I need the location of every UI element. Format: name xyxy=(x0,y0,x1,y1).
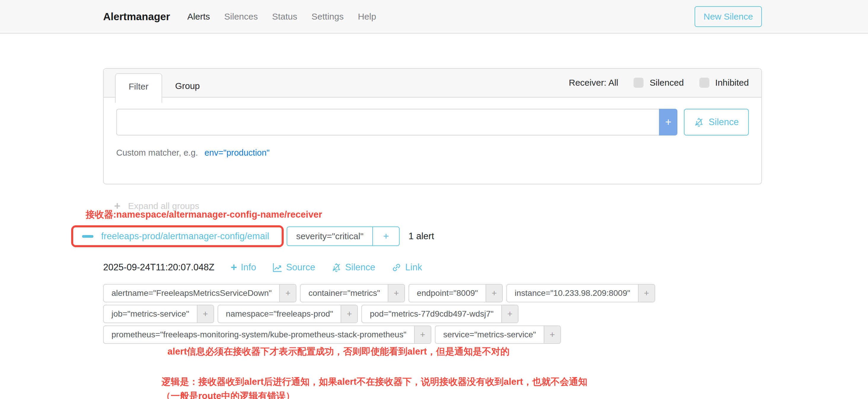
label-chip-add-filter-button[interactable]: + xyxy=(544,326,560,343)
navbar: Alertmanager AlertsSilencesStatusSetting… xyxy=(0,0,868,33)
matcher-example-link[interactable]: env="production" xyxy=(205,148,270,157)
alert-action-silence[interactable]: Silence xyxy=(332,262,375,273)
alert-timestamp: 2025-09-24T11:20:07.048Z xyxy=(103,262,214,273)
tab-group[interactable]: Group xyxy=(162,73,213,103)
link-icon xyxy=(392,263,401,272)
silence-button-label: Silence xyxy=(709,117,739,127)
chart-icon xyxy=(273,263,282,272)
receiver-filter[interactable]: Receiver: All xyxy=(569,78,618,88)
nav-item-silences[interactable]: Silences xyxy=(224,11,258,22)
label-chip-text: container="metrics" xyxy=(301,284,388,302)
annotation-logic-line2: （一般是route中的逻辑有错误） xyxy=(161,389,587,399)
alert-action-source[interactable]: Source xyxy=(273,262,315,273)
alert-labels: alertname="FreeleapsMetricsServiceDown"+… xyxy=(103,284,735,344)
matcher-hint-text: Custom matcher, e.g. xyxy=(116,148,198,157)
label-chip-add-filter-button[interactable]: + xyxy=(486,284,502,302)
plus-icon: + xyxy=(230,263,237,272)
label-chip-text: namespace="freeleaps-prod" xyxy=(218,305,341,323)
checkbox-label: Silenced xyxy=(650,78,684,88)
matcher-row: + Silence xyxy=(116,109,749,135)
label-chip-add-filter-button[interactable]: + xyxy=(501,305,518,323)
alert-count: 1 alert xyxy=(408,231,434,242)
label-chip-text: service="metrics-service" xyxy=(435,326,544,343)
nav-item-help[interactable]: Help xyxy=(358,11,376,22)
matcher-hint: Custom matcher, e.g. env="production" xyxy=(116,148,749,158)
annotation-receiver-note: 接收器:namespace/altermanager-config-name/r… xyxy=(86,208,322,221)
checkbox-icon[interactable] xyxy=(633,78,644,88)
alert-action-link[interactable]: Link xyxy=(392,262,422,273)
alert-group-row: freeleaps-prod/alertmanager-config/email… xyxy=(71,225,868,247)
nav-item-settings[interactable]: Settings xyxy=(312,11,344,22)
annotation-logic-line1: 逻辑是：接收器收到alert后进行通知，如果alert不在接收器下，说明接收器没… xyxy=(161,375,587,389)
bell-slash-icon xyxy=(332,263,341,272)
alert-action-label: Source xyxy=(286,262,315,273)
label-chip: instance="10.233.98.209:8009"+ xyxy=(506,284,655,302)
checkbox-label: Inhibited xyxy=(715,78,749,88)
alert-action-label: Silence xyxy=(345,262,375,273)
matcher-input[interactable] xyxy=(116,109,659,135)
nav-item-alerts[interactable]: Alerts xyxy=(187,11,210,22)
tab-filter[interactable]: Filter xyxy=(115,73,162,103)
nav-item-status[interactable]: Status xyxy=(272,11,297,22)
alert-action-info[interactable]: +Info xyxy=(230,262,256,273)
label-chip: namespace="freeleaps-prod"+ xyxy=(218,305,358,323)
add-matcher-button[interactable]: + xyxy=(659,109,677,135)
filter-card-header: Filter Group Receiver: All SilencedInhib… xyxy=(104,69,761,97)
label-chip: service="metrics-service"+ xyxy=(435,326,561,344)
annotation-red-box: freeleaps-prod/alertmanager-config/email xyxy=(71,225,284,247)
filter-card: Filter Group Receiver: All SilencedInhib… xyxy=(103,68,762,184)
label-chip-add-filter-button[interactable]: + xyxy=(414,326,431,343)
annotation-logic-note: 逻辑是：接收器收到alert后进行通知，如果alert不在接收器下，说明接收器没… xyxy=(161,375,587,399)
label-chip-add-filter-button[interactable]: + xyxy=(341,305,357,323)
label-chip-add-filter-button[interactable]: + xyxy=(638,284,655,302)
nav-items: AlertsSilencesStatusSettingsHelp xyxy=(187,11,391,22)
header-right-controls: Receiver: All SilencedInhibited xyxy=(569,78,749,88)
label-chip: container="metrics"+ xyxy=(300,284,405,302)
group-matcher-chip: severity="critical" + xyxy=(287,226,400,246)
alert-section: 2025-09-24T11:20:07.048Z +InfoSourceSile… xyxy=(103,262,868,344)
label-chip-text: instance="10.233.98.209:8009" xyxy=(507,284,638,302)
silence-from-filter-button[interactable]: Silence xyxy=(684,109,749,135)
alert-action-label: Link xyxy=(405,262,422,273)
label-chip-text: alertname="FreeleapsMetricsServiceDown" xyxy=(104,284,279,302)
group-receiver-name: freeleaps-prod/alertmanager-config/email xyxy=(101,231,269,242)
alert-action-label: Info xyxy=(241,262,256,273)
alert-header: 2025-09-24T11:20:07.048Z +InfoSourceSile… xyxy=(103,262,868,273)
new-silence-button[interactable]: New Silence xyxy=(694,6,762,27)
label-chip: prometheus="freeleaps-monitoring-system/… xyxy=(103,326,431,344)
alert-actions: +InfoSourceSilenceLink xyxy=(214,262,422,273)
label-chip-text: prometheus="freeleaps-monitoring-system/… xyxy=(104,326,414,343)
label-chip: pod="metrics-77d9cdb497-wdsj7"+ xyxy=(361,305,519,323)
label-chip-text: pod="metrics-77d9cdb497-wdsj7" xyxy=(362,305,501,323)
filter-tabs: Filter Group xyxy=(115,73,213,103)
minus-icon xyxy=(82,235,93,238)
label-chip-add-filter-button[interactable]: + xyxy=(197,305,213,323)
filter-card-body: + Silence Custom matcher, e.g. env="prod… xyxy=(104,97,761,184)
group-matcher-add-button[interactable]: + xyxy=(372,227,399,245)
annotation-alert-note: alert信息必须在接收器下才表示配置成功，否则即使能看到alert，但是通知是… xyxy=(167,345,509,358)
checkbox-silenced[interactable]: Silenced xyxy=(633,78,684,88)
matcher-input-group: + xyxy=(116,109,677,135)
label-chip-text: endpoint="8009" xyxy=(409,284,486,302)
label-chip-text: job="metrics-service" xyxy=(104,305,197,323)
checkbox-icon[interactable] xyxy=(699,78,709,88)
group-collapse-button[interactable]: freeleaps-prod/alertmanager-config/email xyxy=(73,227,282,245)
label-chip-add-filter-button[interactable]: + xyxy=(388,284,404,302)
label-chip: endpoint="8009"+ xyxy=(408,284,503,302)
label-chip: job="metrics-service"+ xyxy=(103,305,214,323)
state-filters: SilencedInhibited xyxy=(633,78,749,88)
checkbox-inhibited[interactable]: Inhibited xyxy=(699,78,749,88)
bell-slash-icon xyxy=(694,117,704,127)
group-matcher-label[interactable]: severity="critical" xyxy=(287,227,372,245)
app-title[interactable]: Alertmanager xyxy=(103,11,170,23)
label-chip-add-filter-button[interactable]: + xyxy=(279,284,296,302)
label-chip: alertname="FreeleapsMetricsServiceDown"+ xyxy=(103,284,297,302)
